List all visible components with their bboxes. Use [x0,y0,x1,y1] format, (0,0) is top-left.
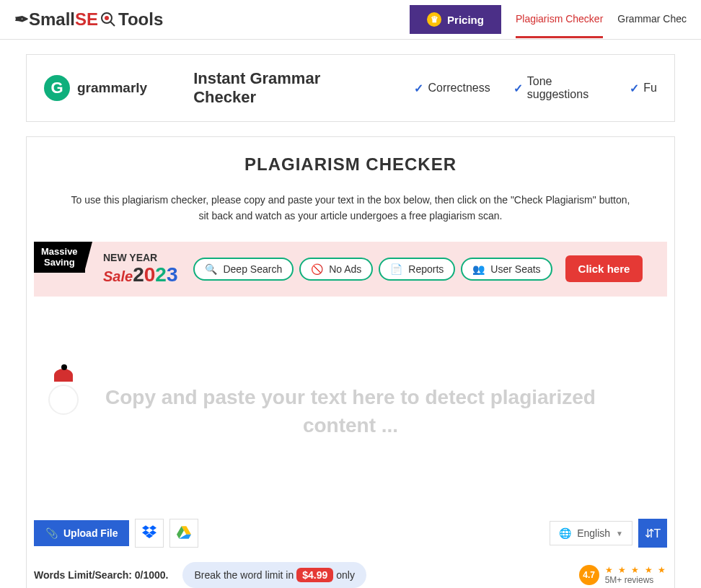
upload-file-button[interactable]: 📎 Upload File [34,520,129,546]
google-drive-button[interactable] [169,519,198,548]
dropbox-icon [142,525,156,542]
ad-headline: Instant Grammar Checker [193,69,379,107]
logo-text-tools: Tools [118,9,163,30]
grammarly-ad-banner[interactable]: G grammarly Instant Grammar Checker ✓ Co… [26,54,675,122]
report-icon: 📄 [390,263,402,275]
globe-icon: 🌐 [559,527,571,539]
instruction-text: To use this plagiarism checker, please c… [27,192,674,242]
price-badge: $4.99 [296,568,333,582]
click-here-button[interactable]: Click here [565,255,643,282]
rating-score: 4.7 [579,565,599,585]
logo-feather-icon: ✒ [14,9,29,30]
font-size-button[interactable]: ⇵T [638,519,667,548]
editor-placeholder: Copy and paste your text here to detect … [34,311,667,512]
no-ads-icon: 🚫 [311,263,323,275]
check-icon: ✓ [513,82,523,95]
ad-feature-correctness: ✓ Correctness [414,75,490,101]
magnifier-icon [100,11,117,28]
ad-feature-tone: ✓ Tone suggestions [513,75,607,101]
break-limit-link[interactable]: Break the word limit in $4.99 only [182,562,366,588]
sale-text: Sale [103,268,133,285]
check-icon: ✓ [630,82,639,95]
page-title: PLAGIARISM CHECKER [27,137,674,192]
crown-icon: ♛ [427,12,441,27]
grammarly-logo-icon: G [44,75,70,101]
language-selector[interactable]: 🌐 English ▼ [550,521,632,545]
dropbox-button[interactable] [135,519,164,548]
logo-text-small: Small [29,9,75,30]
reviews-count: 5M+ reviews [605,575,667,585]
promo-reports[interactable]: 📄 Reports [379,258,455,281]
ad-feature-partial: ✓ Fu [630,75,657,101]
promo-deep-search[interactable]: 🔍 Deep Search [193,258,294,281]
santa-icon [48,376,83,411]
words-limit-text: Words Limit/Search: 0/1000. [34,569,168,581]
check-icon: ✓ [414,82,423,95]
nav-plagiarism-checker[interactable]: Plagiarism Checker [516,1,603,38]
svg-point-2 [105,16,109,20]
users-icon: 👥 [472,263,485,275]
chevron-down-icon: ▼ [616,530,623,537]
stars-icon: ★ ★ ★ ★ ★ [605,565,667,575]
pricing-button[interactable]: ♛ Pricing [410,5,501,34]
massive-saving-badge: Massive Saving [34,242,85,273]
logo-text-seo: SE [75,9,98,30]
text-height-icon: ⇵T [645,527,661,540]
grammarly-brand-text: grammarly [77,80,147,96]
google-drive-icon [177,526,191,541]
promo-no-ads[interactable]: 🚫 No Ads [299,258,373,281]
svg-line-1 [110,22,115,26]
promo-banner: Massive Saving NEW YEAR Sale 2 0 2 3 [34,242,667,297]
text-input-area[interactable]: Copy and paste your text here to detect … [27,297,674,519]
new-year-text: NEW YEAR [103,252,177,263]
promo-user-seats[interactable]: 👥 User Seats [461,258,552,281]
rating-widget[interactable]: 4.7 ★ ★ ★ ★ ★ 5M+ reviews [579,565,667,585]
nav-grammar-checker[interactable]: Grammar Chec [617,1,687,38]
attachment-icon: 📎 [45,527,58,539]
pricing-label: Pricing [447,14,484,26]
site-logo[interactable]: ✒ Small SE Tools [14,9,163,30]
search-icon: 🔍 [205,263,217,275]
